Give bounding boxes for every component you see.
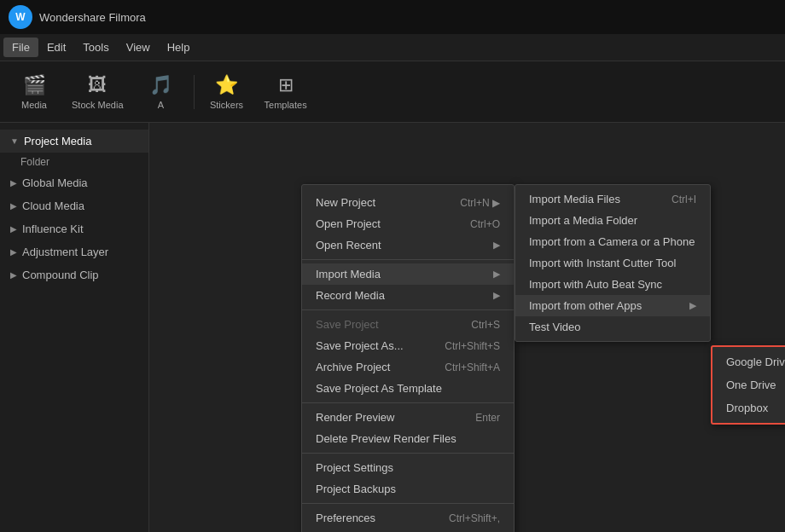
- import-submenu: Import Media Files Ctrl+I Import a Media…: [515, 184, 711, 342]
- menu-import-media[interactable]: Import Media ▶: [302, 263, 514, 285]
- save-project-as-shortcut: Ctrl+Shift+S: [445, 340, 500, 352]
- audio-icon: 🎵: [149, 74, 172, 96]
- record-media-label: Record Media: [316, 289, 385, 302]
- menu-tools[interactable]: Tools: [74, 38, 117, 57]
- import-media-folder[interactable]: Import a Media Folder: [515, 210, 710, 231]
- project-settings-label: Project Settings: [316, 461, 393, 474]
- import-auto-beat-label: Import with Auto Beat Sync: [529, 278, 662, 291]
- menu-save-project: Save Project Ctrl+S: [302, 314, 514, 335]
- menu-bar: File Edit Tools View Help: [0, 34, 785, 61]
- import-instant-cutter[interactable]: Import with Instant Cutter Tool: [515, 252, 710, 274]
- toolbar-stock-media[interactable]: 🖼 Stock Media: [63, 69, 132, 115]
- test-video-label: Test Video: [529, 321, 580, 333]
- import-camera-label: Import from a Camera or a Phone: [529, 235, 695, 248]
- record-media-arrow: ▶: [493, 290, 500, 301]
- save-project-label: Save Project: [316, 318, 379, 331]
- sidebar-item-cloud-media[interactable]: ▶ Cloud Media: [0, 194, 148, 217]
- folder-label: Folder: [20, 156, 49, 168]
- arrow-icon-influence: ▶: [10, 224, 17, 234]
- test-video[interactable]: Test Video: [515, 316, 710, 338]
- open-recent-label: Open Recent: [316, 239, 381, 252]
- import-media-files-label: Import Media Files: [529, 193, 620, 205]
- menu-view[interactable]: View: [118, 38, 159, 57]
- import-media-files-shortcut: Ctrl+I: [672, 194, 696, 205]
- import-camera[interactable]: Import from a Camera or a Phone: [515, 231, 710, 252]
- sidebar-item-compound-clip[interactable]: ▶ Compound Clip: [0, 263, 148, 286]
- menu-edit[interactable]: Edit: [38, 38, 74, 57]
- menu-save-project-as[interactable]: Save Project As... Ctrl+Shift+S: [302, 335, 514, 356]
- arrow-icon-adj: ▶: [10, 247, 17, 257]
- other-apps-submenu: Google Drive One Drive Dropbox: [711, 345, 785, 425]
- sidebar-item-global-media[interactable]: ▶ Global Media: [0, 171, 148, 194]
- menu-open-recent[interactable]: Open Recent ▶: [302, 234, 514, 256]
- menu-record-media[interactable]: Record Media ▶: [302, 285, 514, 306]
- menu-keyboard-shortcuts[interactable]: Keyboard Shortcuts Ctrl+Alt+K: [302, 529, 514, 532]
- sidebar-item-project-media[interactable]: ▼ Project Media: [0, 130, 148, 153]
- menu-file[interactable]: File: [3, 38, 38, 57]
- menu-open-project[interactable]: Open Project Ctrl+O: [302, 213, 514, 234]
- toolbar-divider: [194, 75, 195, 109]
- stock-media-label: Stock Media: [72, 100, 124, 110]
- project-backups-label: Project Backups: [316, 483, 396, 495]
- file-menu: New Project Ctrl+N ▶ Open Project Ctrl+O…: [301, 184, 515, 532]
- preferences-shortcut: Ctrl+Shift+,: [449, 512, 500, 524]
- one-drive[interactable]: One Drive: [712, 373, 785, 396]
- sidebar-item-influence-kit[interactable]: ▶ Influence Kit: [0, 217, 148, 240]
- google-drive[interactable]: Google Drive: [712, 350, 785, 373]
- import-media-arrow: ▶: [493, 269, 500, 280]
- stock-media-icon: 🖼: [88, 74, 107, 96]
- menu-project-settings[interactable]: Project Settings: [302, 457, 514, 478]
- open-recent-arrow: ▶: [493, 240, 500, 251]
- file-menu-section-1: New Project Ctrl+N ▶ Open Project Ctrl+O…: [302, 188, 514, 260]
- sidebar-item-adjustment-layer[interactable]: ▶ Adjustment Layer: [0, 240, 148, 263]
- templates-label: Templates: [265, 100, 307, 110]
- save-project-as-label: Save Project As...: [316, 339, 404, 352]
- menu-delete-render-files[interactable]: Delete Preview Render Files: [302, 428, 514, 449]
- new-project-shortcut: Ctrl+N ▶: [460, 197, 500, 209]
- sidebar-item-folder[interactable]: Folder: [0, 153, 148, 171]
- archive-project-label: Archive Project: [316, 361, 390, 373]
- render-preview-shortcut: Enter: [475, 412, 500, 424]
- toolbar-media[interactable]: 🎬 Media: [9, 69, 60, 115]
- sidebar-item-label: Cloud Media: [22, 200, 84, 212]
- arrow-icon-global: ▶: [10, 178, 17, 188]
- import-auto-beat-sync[interactable]: Import with Auto Beat Sync: [515, 274, 710, 295]
- import-media-files[interactable]: Import Media Files Ctrl+I: [515, 188, 710, 210]
- menu-help[interactable]: Help: [159, 38, 199, 57]
- dropbox-label: Dropbox: [726, 402, 768, 414]
- media-label: Media: [21, 100, 47, 110]
- file-menu-section-3: Save Project Ctrl+S Save Project As... C…: [302, 310, 514, 403]
- audio-label: A: [158, 100, 164, 110]
- sidebar-item-label: Adjustment Layer: [22, 246, 108, 258]
- file-menu-section-5: Project Settings Project Backups: [302, 454, 514, 504]
- import-instant-cutter-label: Import with Instant Cutter Tool: [529, 257, 676, 269]
- save-project-shortcut: Ctrl+S: [471, 319, 500, 331]
- sidebar-item-label: Global Media: [22, 176, 88, 189]
- menu-preferences[interactable]: Preferences Ctrl+Shift+,: [302, 507, 514, 529]
- dropbox[interactable]: Dropbox: [712, 396, 785, 419]
- menu-archive-project[interactable]: Archive Project Ctrl+Shift+A: [302, 356, 514, 378]
- import-other-apps[interactable]: Import from other Apps ▶: [515, 295, 710, 316]
- google-drive-label: Google Drive: [726, 356, 785, 368]
- archive-project-shortcut: Ctrl+Shift+A: [445, 361, 500, 373]
- menu-project-backups[interactable]: Project Backups: [302, 478, 514, 500]
- menu-new-project[interactable]: New Project Ctrl+N ▶: [302, 192, 514, 213]
- sidebar-item-label: Project Media: [24, 135, 91, 147]
- menu-render-preview[interactable]: Render Preview Enter: [302, 407, 514, 428]
- toolbar: 🎬 Media 🖼 Stock Media 🎵 A ⭐ Stickers ⊞ T…: [0, 61, 785, 123]
- toolbar-audio[interactable]: 🎵 A: [136, 69, 187, 115]
- one-drive-label: One Drive: [726, 379, 776, 391]
- render-preview-label: Render Preview: [316, 411, 395, 424]
- open-project-label: Open Project: [316, 217, 381, 230]
- menu-save-as-template[interactable]: Save Project As Template: [302, 378, 514, 399]
- media-icon: 🎬: [23, 74, 46, 96]
- stickers-label: Stickers: [210, 100, 243, 110]
- new-project-label: New Project: [316, 196, 375, 209]
- file-menu-section-6: Preferences Ctrl+Shift+, Keyboard Shortc…: [302, 504, 514, 532]
- sidebar: ▼ Project Media Folder ▶ Global Media ▶ …: [0, 123, 149, 532]
- toolbar-templates[interactable]: ⊞ Templates: [256, 69, 316, 115]
- content-area: New Project Ctrl+N ▶ Open Project Ctrl+O…: [149, 123, 785, 532]
- file-menu-section-2: Import Media ▶ Record Media ▶: [302, 260, 514, 310]
- toolbar-stickers[interactable]: ⭐ Stickers: [201, 69, 253, 115]
- arrow-icon: ▼: [10, 136, 19, 146]
